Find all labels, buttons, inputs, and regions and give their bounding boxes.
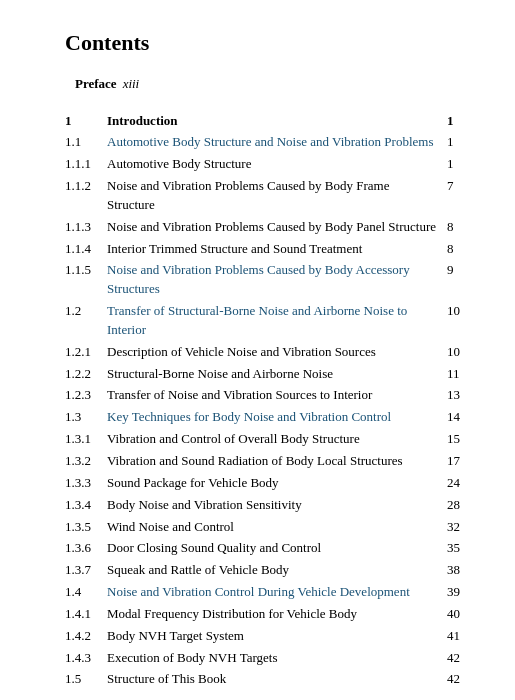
toc-text: Noise and Vibration Problems Caused by B… [107, 216, 439, 238]
toc-page: 8 [439, 216, 460, 238]
toc-text: Interior Trimmed Structure and Sound Tre… [107, 238, 439, 260]
toc-page: 41 [439, 625, 460, 647]
toc-row: 1.1.3Noise and Vibration Problems Caused… [65, 216, 460, 238]
page-title: Contents [65, 30, 460, 56]
toc-page: 10 [439, 341, 460, 363]
page-container: Contents Prefacexiii 1Introduction 11.1A… [0, 0, 515, 700]
toc-page: 14 [439, 407, 460, 429]
toc-table: 1Introduction 11.1Automotive Body Struct… [65, 102, 460, 700]
toc-page: 7 [439, 176, 460, 217]
toc-text: Modal Frequency Distribution for Vehicle… [107, 603, 439, 625]
toc-page: 42 [439, 669, 460, 691]
toc-num: 1.3.5 [65, 516, 107, 538]
toc-text: Noise and Vibration Problems Caused by B… [107, 176, 439, 217]
toc-row: 1.3.6Door Closing Sound Quality and Cont… [65, 538, 460, 560]
toc-page: 1 [439, 110, 460, 132]
toc-text: Body Noise and Vibration Sensitivity [107, 494, 439, 516]
toc-num: 1.1 [65, 132, 107, 154]
toc-row: 1.2Transfer of Structural-Borne Noise an… [65, 301, 460, 342]
toc-text: Vibration and Sound Radiation of Body Lo… [107, 451, 439, 473]
preface-label: Preface [75, 76, 117, 91]
toc-text: Structural-Borne Noise and Airborne Nois… [107, 363, 439, 385]
toc-page: 39 [439, 582, 460, 604]
toc-row: 1.1.5Noise and Vibration Problems Caused… [65, 260, 460, 301]
toc-num: 1.3.1 [65, 429, 107, 451]
toc-num: 1.4.2 [65, 625, 107, 647]
toc-text: Door Closing Sound Quality and Control [107, 538, 439, 560]
toc-row: 1.2.1Description of Vehicle Noise and Vi… [65, 341, 460, 363]
toc-num: 1.2.3 [65, 385, 107, 407]
toc-text: Squeak and Rattle of Vehicle Body [107, 560, 439, 582]
toc-page: 38 [439, 560, 460, 582]
toc-row: 1.2.3Transfer of Noise and Vibration Sou… [65, 385, 460, 407]
toc-text: Description of Vehicle Noise and Vibrati… [107, 341, 439, 363]
toc-text: Automotive Body Structure [107, 154, 439, 176]
toc-page: 35 [439, 538, 460, 560]
toc-page: 32 [439, 516, 460, 538]
toc-page: 8 [439, 238, 460, 260]
toc-page: 11 [439, 363, 460, 385]
toc-row: 1.4Noise and Vibration Control During Ve… [65, 582, 460, 604]
toc-page: 42 [439, 647, 460, 669]
toc-row: 1.1Automotive Body Structure and Noise a… [65, 132, 460, 154]
toc-num: 1.2 [65, 301, 107, 342]
toc-row: 1.3.3Sound Package for Vehicle Body 24 [65, 472, 460, 494]
toc-text: Vibration and Control of Overall Body St… [107, 429, 439, 451]
toc-text: Wind Noise and Control [107, 516, 439, 538]
toc-row: 1.3.5Wind Noise and Control 32 [65, 516, 460, 538]
toc-page: 1 [439, 154, 460, 176]
toc-num: 1.1.1 [65, 154, 107, 176]
toc-text: Noise and Vibration Problems Caused by B… [107, 260, 439, 301]
toc-text: Transfer of Structural-Borne Noise and A… [107, 301, 439, 342]
toc-page: 28 [439, 494, 460, 516]
toc-row: 1.4.1Modal Frequency Distribution for Ve… [65, 603, 460, 625]
toc-text: Transfer of Noise and Vibration Sources … [107, 385, 439, 407]
toc-num: 1.1.2 [65, 176, 107, 217]
toc-row: 1.4.3Execution of Body NVH Targets 42 [65, 647, 460, 669]
toc-row: 1.1.2Noise and Vibration Problems Caused… [65, 176, 460, 217]
toc-num: 1.2.2 [65, 363, 107, 385]
toc-row: 1.1.4Interior Trimmed Structure and Soun… [65, 238, 460, 260]
toc-page: 17 [439, 451, 460, 473]
toc-page: 24 [439, 472, 460, 494]
toc-page: 13 [439, 385, 460, 407]
toc-page: 10 [439, 301, 460, 342]
toc-num: 1.3.4 [65, 494, 107, 516]
toc-num: 1.4 [65, 582, 107, 604]
toc-num: 1.2.1 [65, 341, 107, 363]
toc-page: 40 [439, 603, 460, 625]
toc-row: 1Introduction 1 [65, 110, 460, 132]
toc-num: 1.4.1 [65, 603, 107, 625]
toc-text: Automotive Body Structure and Noise and … [107, 132, 439, 154]
toc-row: 1.3.7Squeak and Rattle of Vehicle Body 3… [65, 560, 460, 582]
toc-num: 1.1.3 [65, 216, 107, 238]
toc-text: Sound Package for Vehicle Body [107, 472, 439, 494]
toc-row: 1.4.2Body NVH Target System 41 [65, 625, 460, 647]
toc-text: Noise and Vibration Control During Vehic… [107, 582, 439, 604]
toc-row: 1.3.2Vibration and Sound Radiation of Bo… [65, 451, 460, 473]
toc-row: 1.3.4Body Noise and Vibration Sensitivit… [65, 494, 460, 516]
preface-num: xiii [123, 76, 140, 91]
toc-row: 1.2.2Structural-Borne Noise and Airborne… [65, 363, 460, 385]
toc-num: 1.3.7 [65, 560, 107, 582]
toc-text: Introduction [107, 110, 439, 132]
toc-text: Execution of Body NVH Targets [107, 647, 439, 669]
toc-page: 15 [439, 429, 460, 451]
toc-text: Structure of This Book [107, 669, 439, 691]
toc-num: 1.1.5 [65, 260, 107, 301]
toc-num: 1.3.6 [65, 538, 107, 560]
toc-num: 1.5 [65, 669, 107, 691]
toc-num: 1.3.3 [65, 472, 107, 494]
toc-row: 1.1.1Automotive Body Structure 1 [65, 154, 460, 176]
toc-num: 1.3.2 [65, 451, 107, 473]
toc-row: 1.3Key Techniques for Body Noise and Vib… [65, 407, 460, 429]
toc-row: 1.3.1Vibration and Control of Overall Bo… [65, 429, 460, 451]
toc-num: 1.4.3 [65, 647, 107, 669]
toc-num: 1.1.4 [65, 238, 107, 260]
toc-text: Key Techniques for Body Noise and Vibrat… [107, 407, 439, 429]
preface-line: Prefacexiii [75, 76, 460, 92]
toc-num: 1 [65, 110, 107, 132]
toc-num: 1.3 [65, 407, 107, 429]
toc-text: Body NVH Target System [107, 625, 439, 647]
toc-page: 1 [439, 132, 460, 154]
